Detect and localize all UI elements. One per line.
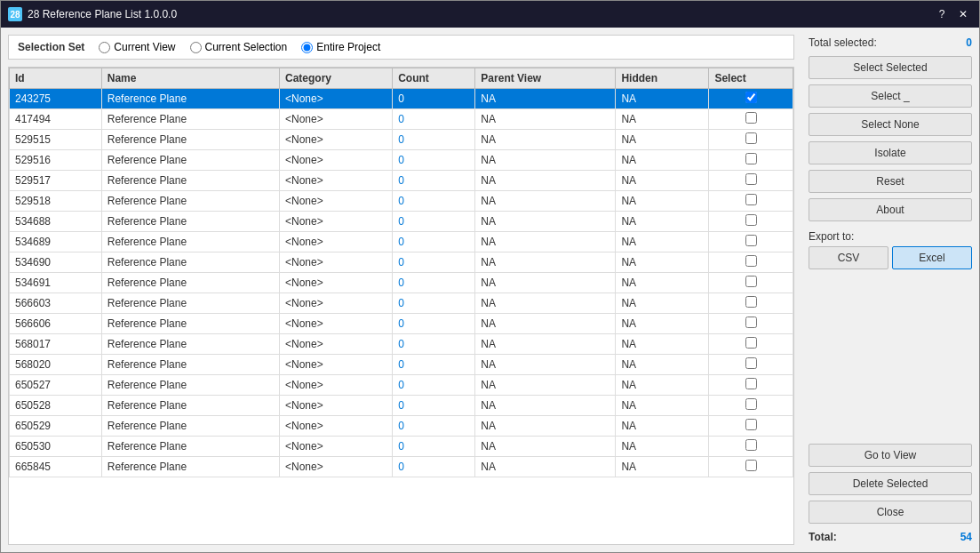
cell-select[interactable] xyxy=(709,437,793,457)
table-row[interactable]: 243275Reference Plane<None>0NANA xyxy=(10,89,793,109)
row-checkbox[interactable] xyxy=(745,398,757,410)
cell-select[interactable] xyxy=(709,293,793,314)
excel-button[interactable]: Excel xyxy=(892,246,972,269)
cell-count: 0 xyxy=(393,437,475,457)
row-checkbox[interactable] xyxy=(745,296,757,308)
row-checkbox[interactable] xyxy=(745,153,757,164)
total-selected-label: Total selected: xyxy=(809,36,877,49)
close-button[interactable]: Close xyxy=(809,501,972,524)
table-row[interactable]: 650528Reference Plane<None>0NANA xyxy=(10,396,793,416)
about-button[interactable]: About xyxy=(809,198,972,221)
row-checkbox[interactable] xyxy=(745,317,757,328)
cell-hidden: NA xyxy=(616,252,709,273)
cell-select[interactable] xyxy=(709,355,793,375)
bottom-buttons: Go to View Delete Selected Close xyxy=(809,444,972,524)
radio-current-selection[interactable]: Current Selection xyxy=(190,41,288,53)
cell-category: <None> xyxy=(280,252,393,273)
row-checkbox[interactable] xyxy=(745,357,757,369)
cell-id: 566606 xyxy=(10,314,102,334)
cell-select[interactable] xyxy=(709,150,793,171)
row-checkbox[interactable] xyxy=(745,132,757,144)
select-none-button[interactable]: Select None xyxy=(809,113,972,136)
table-row[interactable]: 650530Reference Plane<None>0NANA xyxy=(10,437,793,457)
row-checkbox[interactable] xyxy=(745,276,757,287)
reset-button[interactable]: Reset xyxy=(809,170,972,193)
cell-select[interactable] xyxy=(709,314,793,334)
radio-current-view-label: Current View xyxy=(114,41,175,53)
cell-count: 0 xyxy=(393,252,475,273)
row-checkbox[interactable] xyxy=(745,194,757,205)
row-checkbox[interactable] xyxy=(745,112,757,124)
cell-select[interactable] xyxy=(709,191,793,212)
cell-count: 0 xyxy=(393,416,475,437)
table-row[interactable]: 529518Reference Plane<None>0NANA xyxy=(10,191,793,212)
radio-entire-project-label: Entire Project xyxy=(316,41,380,53)
table-row[interactable]: 566606Reference Plane<None>0NANA xyxy=(10,314,793,334)
cell-category: <None> xyxy=(280,437,393,457)
cell-select[interactable] xyxy=(709,130,793,150)
select-selected-button[interactable]: Select Selected xyxy=(809,56,972,79)
table-row[interactable]: 534690Reference Plane<None>0NANA xyxy=(10,252,793,273)
cell-select[interactable] xyxy=(709,109,793,130)
cell-select[interactable] xyxy=(709,375,793,396)
cell-select[interactable] xyxy=(709,171,793,191)
isolate-button[interactable]: Isolate xyxy=(809,141,972,164)
select-underscore-button[interactable]: Select _ xyxy=(809,84,972,108)
table-row[interactable]: 650529Reference Plane<None>0NANA xyxy=(10,416,793,437)
table-row[interactable]: 534689Reference Plane<None>0NANA xyxy=(10,232,793,252)
row-checkbox[interactable] xyxy=(745,460,757,471)
row-checkbox[interactable] xyxy=(745,439,757,451)
go-to-view-button[interactable]: Go to View xyxy=(809,444,972,467)
cell-count: 0 xyxy=(393,130,475,150)
cell-select[interactable] xyxy=(709,232,793,252)
cell-category: <None> xyxy=(280,396,393,416)
cell-select[interactable] xyxy=(709,334,793,355)
table-row[interactable]: 529517Reference Plane<None>0NANA xyxy=(10,171,793,191)
row-checkbox[interactable] xyxy=(745,337,757,349)
row-checkbox[interactable] xyxy=(745,173,757,185)
row-checkbox[interactable] xyxy=(745,419,757,430)
cell-count: 0 xyxy=(393,232,475,252)
radio-entire-project[interactable]: Entire Project xyxy=(301,41,380,53)
row-checkbox[interactable] xyxy=(745,255,757,267)
row-checkbox[interactable] xyxy=(745,378,757,389)
col-name: Name xyxy=(101,68,279,89)
table-row[interactable]: 529515Reference Plane<None>0NANA xyxy=(10,130,793,150)
cell-select[interactable] xyxy=(709,416,793,437)
table-row[interactable]: 534691Reference Plane<None>0NANA xyxy=(10,273,793,293)
table-row[interactable]: 568020Reference Plane<None>0NANA xyxy=(10,355,793,375)
cell-count: 0 xyxy=(393,334,475,355)
table-row[interactable]: 529516Reference Plane<None>0NANA xyxy=(10,150,793,171)
cell-parent-view: NA xyxy=(475,396,616,416)
cell-select[interactable] xyxy=(709,396,793,416)
radio-current-view[interactable]: Current View xyxy=(99,41,175,53)
table-row[interactable]: 665845Reference Plane<None>0NANA xyxy=(10,457,793,477)
cell-id: 529515 xyxy=(10,130,102,150)
cell-select[interactable] xyxy=(709,457,793,477)
col-count: Count xyxy=(393,68,475,89)
cell-select[interactable] xyxy=(709,212,793,232)
help-button[interactable]: ? xyxy=(933,5,951,23)
radio-current-selection-input[interactable] xyxy=(190,42,202,53)
cell-category: <None> xyxy=(280,273,393,293)
table-row[interactable]: 568017Reference Plane<None>0NANA xyxy=(10,334,793,355)
table-row[interactable]: 534688Reference Plane<None>0NANA xyxy=(10,212,793,232)
cell-select[interactable] xyxy=(709,252,793,273)
row-checkbox[interactable] xyxy=(745,235,757,246)
close-window-button[interactable]: ✕ xyxy=(954,5,972,23)
table-row[interactable]: 566603Reference Plane<None>0NANA xyxy=(10,293,793,314)
csv-button[interactable]: CSV xyxy=(809,246,888,269)
delete-selected-button[interactable]: Delete Selected xyxy=(809,472,972,495)
cell-select[interactable] xyxy=(709,273,793,293)
radio-current-view-input[interactable] xyxy=(99,42,110,53)
table-row[interactable]: 650527Reference Plane<None>0NANA xyxy=(10,375,793,396)
table-container[interactable]: Id Name Category Count Parent View Hidde… xyxy=(8,67,794,545)
row-checkbox[interactable] xyxy=(745,214,757,226)
table-row[interactable]: 417494Reference Plane<None>0NANA xyxy=(10,109,793,130)
radio-entire-project-input[interactable] xyxy=(301,42,313,53)
cell-select[interactable] xyxy=(709,89,793,109)
cell-parent-view: NA xyxy=(475,130,616,150)
radio-current-selection-label: Current Selection xyxy=(205,41,288,53)
row-checkbox[interactable] xyxy=(745,92,757,103)
cell-name: Reference Plane xyxy=(101,437,279,457)
